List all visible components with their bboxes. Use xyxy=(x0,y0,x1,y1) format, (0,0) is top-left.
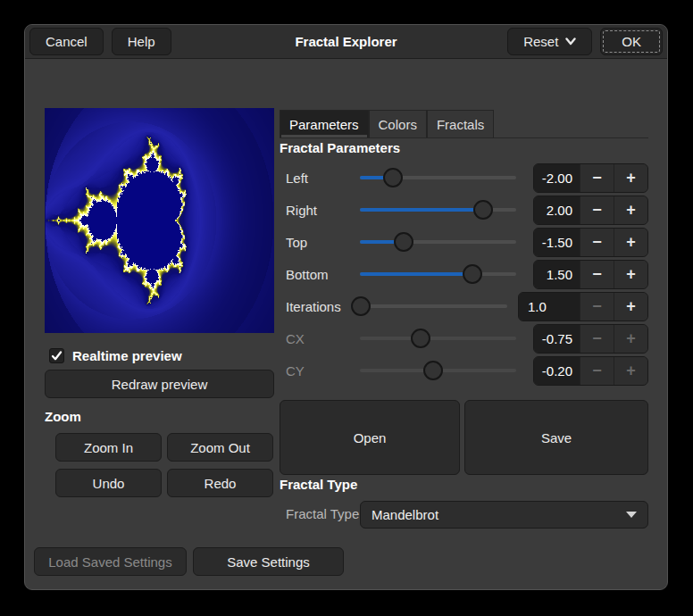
save-settings-button[interactable]: Save Settings xyxy=(193,547,344,576)
iterations-spinbutton: 1.0−+ xyxy=(518,292,648,321)
cx-decrement-button: − xyxy=(580,325,614,353)
right-increment-button[interactable]: + xyxy=(614,196,647,224)
help-button[interactable]: Help xyxy=(112,28,171,55)
tab-colors[interactable]: Colors xyxy=(369,110,427,137)
reset-dropdown-button[interactable]: Reset xyxy=(507,28,592,55)
redo-button[interactable]: Redo xyxy=(167,469,273,497)
bottom-label: Bottom xyxy=(280,267,360,282)
fractal-preview[interactable] xyxy=(45,108,274,333)
top-slider-thumb[interactable] xyxy=(394,232,413,252)
left-slider-thumb[interactable] xyxy=(383,168,403,187)
parameters-panel: ParametersColorsFractals Fractal Paramet… xyxy=(280,110,648,532)
top-label: Top xyxy=(280,235,360,250)
fractal-type-row: Fractal Type Mandelbrot xyxy=(280,501,648,529)
top-value-entry[interactable]: -1.50 xyxy=(534,229,580,256)
bottom-increment-button[interactable]: + xyxy=(614,261,647,288)
cx-slider-track[interactable] xyxy=(360,337,516,340)
chevron-down-icon xyxy=(565,37,576,46)
redraw-preview-button[interactable]: Redraw preview xyxy=(45,370,274,398)
cy-slider-thumb[interactable] xyxy=(423,361,443,380)
cx-increment-button: + xyxy=(614,325,647,353)
right-slider[interactable] xyxy=(360,199,516,221)
right-spinbutton: 2.00−+ xyxy=(533,196,648,225)
cx-slider[interactable] xyxy=(360,328,516,350)
cy-value-entry[interactable]: -0.20 xyxy=(534,357,580,385)
right-decrement-button[interactable]: − xyxy=(580,196,614,224)
zoom-section-heading: Zoom xyxy=(45,409,81,424)
right-slider-thumb[interactable] xyxy=(473,200,493,220)
iterations-slider-thumb[interactable] xyxy=(351,296,371,316)
header-right-group: Reset OK xyxy=(507,28,663,55)
cx-slider-thumb[interactable] xyxy=(411,329,430,348)
bottom-slider[interactable] xyxy=(360,263,516,286)
iterations-slider-track[interactable] xyxy=(351,304,507,308)
fractal-explorer-dialog: Cancel Help Fractal Explorer Reset OK xyxy=(24,24,668,590)
zoom-out-button[interactable]: Zoom Out xyxy=(167,433,273,462)
cancel-button[interactable]: Cancel xyxy=(29,28,104,55)
bottom-slider-fill xyxy=(360,272,472,276)
bottom-slider-track[interactable] xyxy=(360,272,516,276)
realtime-preview-checkbox-row[interactable]: Realtime preview xyxy=(49,346,182,364)
checkmark-icon xyxy=(51,350,63,362)
iterations-value-entry[interactable]: 1.0 xyxy=(519,293,580,320)
undo-button[interactable]: Undo xyxy=(55,469,162,497)
parameter-rows: Left-2.00−+Right2.00−+Top-1.50−+Bottom1.… xyxy=(280,162,648,387)
left-label: Left xyxy=(280,171,360,186)
top-spinbutton: -1.50−+ xyxy=(533,228,648,257)
bottom-spinbutton: 1.50−+ xyxy=(533,260,648,289)
cx-value-entry[interactable]: -0.75 xyxy=(534,325,580,353)
bottom-slider-thumb[interactable] xyxy=(463,264,482,284)
save-button[interactable]: Save xyxy=(464,400,648,475)
right-slider-fill xyxy=(360,208,483,212)
iterations-decrement-button: − xyxy=(580,293,614,320)
top-increment-button[interactable]: + xyxy=(614,229,647,256)
fractal-type-dropdown[interactable]: Mandelbrot xyxy=(360,501,648,529)
iterations-slider[interactable] xyxy=(351,296,507,318)
top-slider-track[interactable] xyxy=(360,240,516,244)
left-slider[interactable] xyxy=(360,167,516,189)
iterations-increment-button[interactable]: + xyxy=(614,293,647,320)
top-decrement-button[interactable]: − xyxy=(580,229,614,256)
open-button[interactable]: Open xyxy=(280,400,460,475)
right-value-entry[interactable]: 2.00 xyxy=(534,196,580,224)
fractal-type-label: Fractal Type xyxy=(286,506,359,521)
tab-fractals[interactable]: Fractals xyxy=(427,110,494,137)
param-row-iterations: Iterations1.0−+ xyxy=(280,290,648,322)
left-decrement-button[interactable]: − xyxy=(580,164,614,192)
ok-button[interactable]: OK xyxy=(600,28,663,55)
zoom-button-grid: Zoom In Zoom Out Undo Redo xyxy=(55,433,273,497)
cx-spinbutton: -0.75−+ xyxy=(533,324,648,354)
dropdown-arrow-icon xyxy=(626,512,637,518)
cy-decrement-button: − xyxy=(580,357,614,385)
param-row-left: Left-2.00−+ xyxy=(280,162,648,194)
left-increment-button[interactable]: + xyxy=(614,164,647,192)
bottom-decrement-button[interactable]: − xyxy=(580,261,614,288)
left-value-entry[interactable]: -2.00 xyxy=(534,164,580,192)
bottom-value-entry[interactable]: 1.50 xyxy=(534,261,580,288)
top-slider[interactable] xyxy=(360,231,516,254)
tab-parameters[interactable]: Parameters xyxy=(280,110,369,137)
left-spinbutton: -2.00−+ xyxy=(533,163,648,193)
cy-increment-button: + xyxy=(614,357,647,385)
param-row-cx: CX-0.75−+ xyxy=(280,322,648,354)
param-row-cy: CY-0.20−+ xyxy=(280,354,648,387)
cy-label: CY xyxy=(280,363,360,379)
zoom-in-button[interactable]: Zoom In xyxy=(55,433,162,462)
reset-label: Reset xyxy=(523,34,558,49)
header-left-group: Cancel Help xyxy=(29,28,171,55)
notebook-tab-strip: ParametersColorsFractals xyxy=(280,110,648,138)
dialog-content: Realtime preview Redraw preview Zoom Zoo… xyxy=(25,59,667,590)
cy-slider[interactable] xyxy=(360,360,516,382)
param-row-top: Top-1.50−+ xyxy=(280,226,648,258)
header-bar: Cancel Help Fractal Explorer Reset OK xyxy=(25,25,667,59)
checkbox-checked-icon[interactable] xyxy=(49,348,64,363)
iterations-label: Iterations xyxy=(280,299,351,314)
cy-spinbutton: -0.20−+ xyxy=(533,356,648,386)
fractal-type-selected-value: Mandelbrot xyxy=(372,507,438,522)
param-row-bottom: Bottom1.50−+ xyxy=(280,258,648,290)
fractal-type-heading: Fractal Type xyxy=(280,477,357,492)
desktop-background: Cancel Help Fractal Explorer Reset OK xyxy=(0,0,693,616)
param-row-right: Right2.00−+ xyxy=(280,194,648,226)
cx-label: CX xyxy=(280,331,360,346)
load-saved-settings-button[interactable]: Load Saved Settings xyxy=(34,547,187,576)
